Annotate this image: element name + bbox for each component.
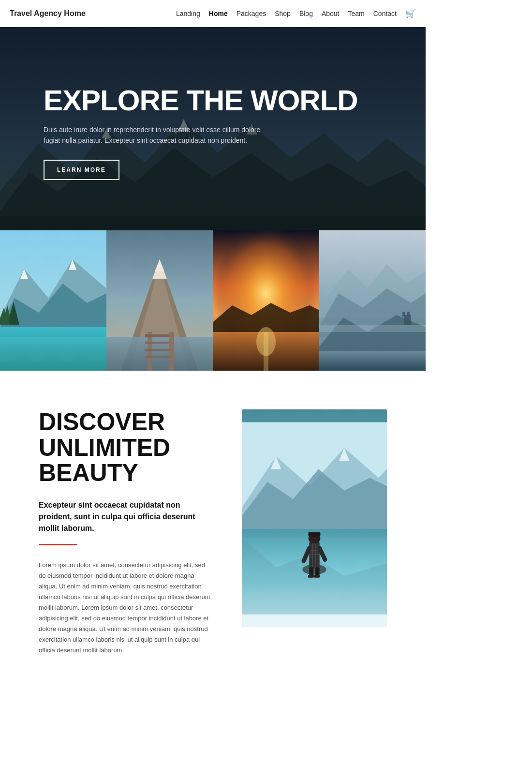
hero-section: EXPLORE THE WORLD Duis aute irure dolor … bbox=[0, 27, 426, 230]
hero-title: EXPLORE THE WORLD bbox=[44, 85, 382, 116]
brand-logo: Travel Agency Home bbox=[10, 9, 86, 18]
discover-right-column bbox=[242, 409, 387, 627]
svg-rect-40 bbox=[319, 351, 426, 371]
discover-image bbox=[242, 409, 387, 627]
discover-section: DISCOVER UNLIMITED BEAUTY Excepteur sint… bbox=[0, 371, 426, 685]
nav-link-packages[interactable]: Packages bbox=[236, 10, 266, 17]
photo-cell-4 bbox=[319, 230, 426, 371]
photo-cell-3 bbox=[213, 230, 319, 371]
hero-content: EXPLORE THE WORLD Duis aute irure dolor … bbox=[0, 27, 426, 180]
nav-link-shop[interactable]: Shop bbox=[275, 10, 291, 17]
svg-rect-65 bbox=[309, 532, 321, 536]
svg-rect-51 bbox=[309, 542, 319, 569]
nav-link-home[interactable]: Home bbox=[209, 10, 228, 17]
discover-tagline: Excepteur sint occaecat cupidatat non pr… bbox=[39, 499, 213, 534]
cart-icon[interactable]: 🛒 bbox=[405, 8, 416, 19]
svg-rect-11 bbox=[0, 327, 106, 371]
nav-link-landing[interactable]: Landing bbox=[176, 10, 200, 17]
nav-link-team[interactable]: Team bbox=[348, 10, 365, 17]
learn-more-button[interactable]: LEARN MORE bbox=[44, 160, 119, 180]
nav-link-blog[interactable]: Blog bbox=[299, 10, 313, 17]
nav-links: Landing Home Packages Shop Blog About Te… bbox=[176, 8, 416, 19]
photo-grid bbox=[0, 230, 426, 371]
nav-link-contact[interactable]: Contact bbox=[373, 10, 397, 17]
discover-title: DISCOVER UNLIMITED BEAUTY bbox=[39, 409, 213, 486]
svg-rect-21 bbox=[148, 332, 152, 371]
svg-rect-41 bbox=[319, 325, 426, 332]
hero-subtitle: Duis aute irure dolor in reprehenderit i… bbox=[44, 124, 276, 146]
svg-rect-38 bbox=[402, 312, 405, 316]
discover-body: Lorem ipsum dolor sit amet, consectetur … bbox=[39, 560, 213, 656]
discover-image-background bbox=[242, 409, 387, 627]
svg-rect-39 bbox=[407, 312, 410, 316]
photo-cell-1 bbox=[0, 230, 106, 371]
navbar: Travel Agency Home Landing Home Packages… bbox=[0, 0, 426, 27]
svg-rect-32 bbox=[264, 332, 268, 371]
discover-left-column: DISCOVER UNLIMITED BEAUTY Excepteur sint… bbox=[39, 409, 213, 656]
nav-link-about[interactable]: About bbox=[322, 10, 340, 17]
svg-rect-62 bbox=[314, 575, 320, 577]
photo-cell-2 bbox=[106, 230, 213, 371]
svg-rect-26 bbox=[169, 332, 174, 371]
svg-rect-61 bbox=[308, 575, 314, 577]
discover-divider bbox=[39, 544, 77, 545]
